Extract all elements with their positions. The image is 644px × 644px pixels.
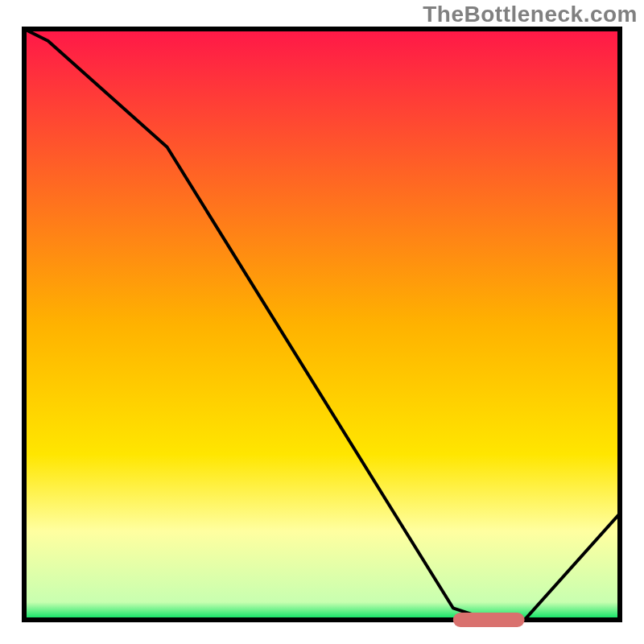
chart-container: TheBottleneck.com (0, 0, 644, 644)
optimal-marker (453, 613, 525, 627)
bottleneck-chart (0, 0, 644, 644)
watermark-label: TheBottleneck.com (423, 2, 638, 27)
plot-background (24, 29, 620, 620)
